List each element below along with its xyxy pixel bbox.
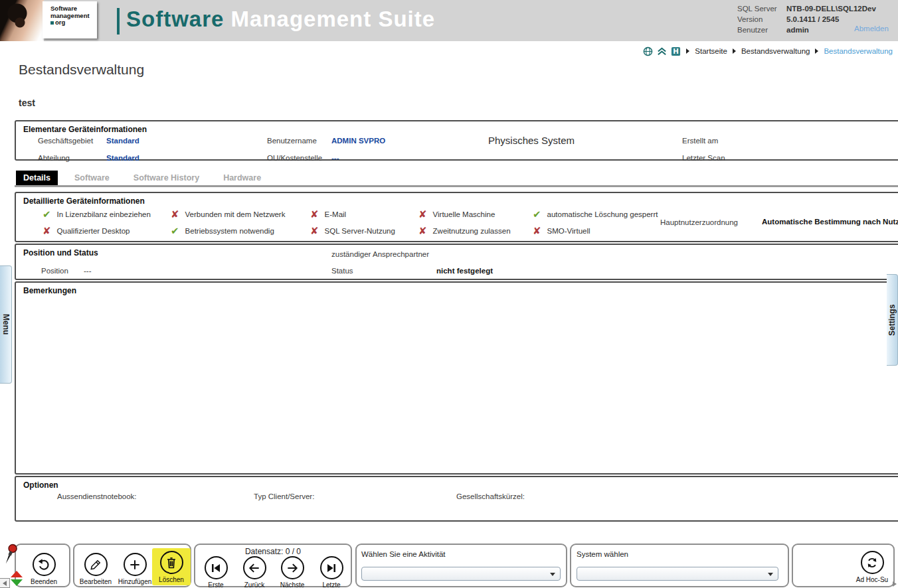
section-remarks[interactable]: Bemerkungen: [15, 281, 898, 475]
section-title: Optionen: [23, 480, 58, 490]
letzter-scan-label: Letzter Scan: [682, 154, 725, 162]
globe-icon[interactable]: [643, 46, 653, 56]
sql-server-value: NTB-09-DELL\SQL12Dev: [786, 3, 876, 14]
detail-flag-label: In Lizenzbilanz einbeziehen: [57, 210, 151, 218]
letzte-label: Letzte: [322, 581, 340, 588]
page-title: Bestandsverwaltung: [19, 62, 144, 78]
system-type: Physisches System: [488, 135, 575, 146]
detail-flag-label: Verbunden mit dem Netzwerk: [185, 210, 286, 218]
toolbar-group-system: System wählen: [570, 544, 789, 587]
position-value: ---: [84, 267, 92, 275]
tab-hardware[interactable]: Hardware: [216, 171, 268, 186]
settings-side-tab[interactable]: Settings: [887, 274, 898, 366]
system-label: System wählen: [577, 550, 628, 558]
undo-icon: [33, 553, 56, 576]
zurueck-label: Zurück: [244, 581, 265, 588]
detail-flag-label: Qualifizierter Desktop: [57, 227, 130, 235]
aktivitaet-label: Wählen Sie eine Aktivität: [361, 550, 446, 558]
status-icon: [310, 226, 319, 236]
user-label: Benutzer: [737, 25, 786, 35]
logout-link[interactable]: Abmelden: [854, 25, 889, 33]
breadcrumb-startseite[interactable]: Startseite: [695, 47, 727, 55]
resize-corner-icon: [893, 581, 897, 587]
breadcrumb-arrow-icon: [815, 48, 818, 54]
toolbar-group-exit: Beenden: [15, 544, 70, 587]
erste-button[interactable]: Erste: [197, 556, 235, 588]
aktivitaet-dropdown[interactable]: [361, 567, 561, 581]
section-title: Detaillierte Geräteinformationen: [23, 196, 145, 206]
suite-title: Software Management Suite: [126, 7, 435, 32]
bearbeiten-label: Bearbeiten: [80, 578, 112, 585]
section-title: Position und Status: [23, 248, 98, 257]
adhoc-button[interactable]: Ad Hoc-Su: [853, 551, 891, 583]
logo-square-icon: [50, 21, 54, 25]
app-header: Software management org Software Managem…: [0, 0, 898, 41]
status-value: nicht festgelegt: [436, 267, 493, 275]
breadcrumb: H Startseite Bestandsverwaltung Bestands…: [643, 45, 893, 57]
home-icon[interactable]: [657, 46, 667, 56]
tab-software-history[interactable]: Software History: [126, 171, 207, 186]
suite-title-primary: Software: [126, 7, 224, 31]
skip-first-icon: [205, 556, 228, 579]
expand-up-icon[interactable]: [11, 571, 23, 577]
detail-flag-label: Zweitnutzung zulassen: [433, 227, 511, 235]
loeschen-button[interactable]: Löschen: [152, 548, 191, 585]
record-name: test: [19, 98, 35, 108]
section-options: Optionen Aussendienstnotebook: Typ Clien…: [15, 476, 898, 522]
gesellschaft-label: Gesellschaftskürzel:: [456, 492, 525, 500]
help-icon[interactable]: H: [671, 46, 681, 56]
system-dropdown[interactable]: [577, 567, 778, 581]
breadcrumb-arrow-icon: [733, 48, 736, 54]
status-icon: [533, 210, 541, 219]
tab-details[interactable]: Details: [16, 171, 58, 186]
expand-down-icon[interactable]: [11, 579, 23, 586]
zurueck-button[interactable]: Zurück: [235, 556, 274, 588]
breadcrumb-bestandsverwaltung[interactable]: Bestandsverwaltung: [741, 47, 810, 55]
ou-kostenstelle-value: ---: [331, 154, 339, 162]
status-icon: [418, 226, 427, 236]
status-icon: [310, 210, 319, 219]
refresh-icon: [861, 551, 884, 574]
detail-flag-label: E-Mail: [325, 210, 347, 218]
arrow-right-icon: [281, 556, 304, 579]
bearbeiten-button[interactable]: Bearbeiten: [76, 553, 115, 585]
svg-text:H: H: [673, 47, 679, 55]
skip-last-icon: [320, 556, 343, 579]
section-position-status: Position und Status zuständiger Ansprech…: [15, 244, 898, 280]
sql-server-label: SQL Server: [737, 3, 786, 14]
hinzufuegen-button[interactable]: Hinzufügen: [116, 553, 154, 585]
status-icon: [533, 226, 541, 236]
adhoc-label: Ad Hoc-Su: [856, 576, 888, 583]
geschaeftsgebiet-value: Standard: [106, 137, 139, 145]
toolbar-group-adhoc: Ad Hoc-Su: [792, 544, 895, 587]
beenden-label: Beenden: [31, 578, 57, 585]
detail-flag-label: Virtuelle Maschine: [433, 210, 495, 218]
erstellt-am-label: Erstellt am: [682, 137, 718, 145]
status-icon: [171, 226, 179, 236]
menu-side-tab[interactable]: Menu: [0, 265, 12, 384]
beenden-button[interactable]: Beenden: [25, 553, 63, 585]
ou-kostenstelle-label: OU/Kostenstelle: [267, 154, 322, 162]
benutzername-label: Benutzername: [267, 137, 317, 145]
loeschen-label: Löschen: [159, 576, 184, 583]
pushpin-icon[interactable]: [1, 542, 21, 574]
brand-logo: Software management org: [43, 1, 97, 38]
section-title: Elementare Geräteinformationen: [23, 125, 147, 134]
letzte-button[interactable]: Letzte: [312, 556, 351, 588]
erste-label: Erste: [208, 581, 223, 588]
section-elementary-info: Elementare Geräteinformationen Geschäfts…: [15, 120, 898, 161]
naechste-button[interactable]: Nächste: [273, 556, 312, 588]
user-value: admin: [786, 25, 809, 35]
version-label: Version: [737, 14, 786, 25]
tab-software[interactable]: Software: [67, 171, 117, 186]
hauptnutzer-label: Hauptnutzerzuordnung: [660, 218, 738, 226]
logo-line3: org: [55, 19, 65, 26]
position-label: Position: [41, 267, 68, 275]
detail-flag-label: SMO-Virtuell: [547, 227, 590, 235]
breadcrumb-current[interactable]: Bestandsverwaltung: [824, 47, 893, 55]
toolbar-group-navigation: Datensatz: 0 / 0 Erste Zurück Nächste: [194, 544, 352, 587]
status-icon: [418, 210, 427, 219]
logo-line1: Software: [50, 5, 97, 13]
collapse-toolbar-handle[interactable]: [0, 578, 10, 588]
pencil-icon: [84, 553, 108, 576]
